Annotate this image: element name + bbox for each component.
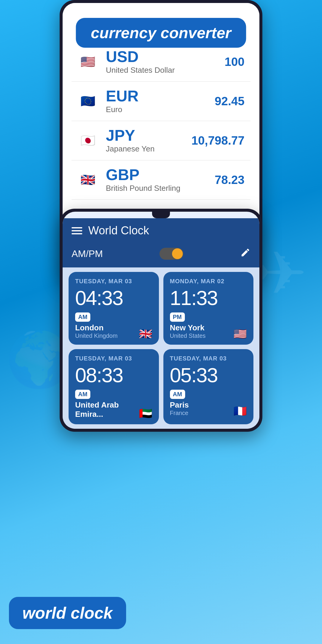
paris-country: France — [170, 410, 188, 417]
currency-name-jpy: Japanese Yen — [106, 144, 191, 154]
uae-time: 08:33 — [75, 365, 152, 385]
currency-info-gbp: GBP British Pound Sterling — [106, 167, 215, 193]
currency-code-gbp: GBP — [106, 167, 215, 182]
london-flag: 🇬🇧 — [139, 329, 152, 339]
paris-city: Paris — [170, 400, 189, 410]
uae-flag: 🇦🇪 — [139, 408, 152, 419]
currency-info-eur: EUR Euro — [106, 88, 215, 114]
uae-city-info: AM United Arab Emira... — [75, 390, 139, 419]
paris-city-info: AM Paris France — [170, 390, 189, 417]
world-clock-badge: world clock — [9, 597, 126, 629]
hamburger-menu-icon[interactable] — [72, 227, 82, 234]
phone-notch — [152, 212, 170, 218]
edit-icon[interactable] — [240, 247, 250, 260]
currency-banner: currency converter — [76, 18, 246, 48]
currency-info-jpy: JPY Japanese Yen — [106, 128, 191, 154]
currency-name-usd: United States Dollar — [106, 66, 225, 75]
uae-date: TUESDAY, MAR 03 — [75, 355, 152, 362]
flag-jpy: 🇯🇵 — [78, 130, 98, 151]
london-footer: AM London United Kingdom 🇬🇧 — [75, 312, 152, 339]
currency-value-eur: 92.45 — [215, 95, 244, 108]
currency-value-usd: 100 — [225, 55, 244, 69]
london-country: United Kingdom — [75, 332, 117, 339]
london-ampm-badge: AM — [75, 312, 90, 322]
currency-code-jpy: JPY — [106, 128, 191, 143]
newyork-date: MONDAY, MAR 02 — [170, 278, 247, 285]
paris-flag: 🇫🇷 — [233, 406, 247, 417]
london-city: London — [75, 323, 103, 332]
uae-ampm-badge: AM — [75, 390, 90, 399]
newyork-city-info: PM New York United States — [170, 312, 206, 339]
clock-app-header: World Clock — [63, 218, 259, 243]
paris-date: TUESDAY, MAR 03 — [170, 355, 247, 362]
hamburger-line-1 — [72, 227, 82, 228]
clock-phone: World Clock AM/PM TUESDAY, MAR 03 04:33 — [60, 209, 262, 432]
newyork-footer: PM New York United States 🇺🇸 — [170, 312, 247, 339]
newyork-country: United States — [170, 332, 206, 339]
newyork-city: New York — [170, 323, 205, 332]
currency-row-jpy[interactable]: 🇯🇵 JPY Japanese Yen 10,798.77 — [72, 121, 250, 160]
clock-app-title: World Clock — [88, 224, 250, 237]
hamburger-line-2 — [72, 230, 82, 231]
currency-name-gbp: British Pound Sterling — [106, 184, 215, 193]
clock-card-uae[interactable]: TUESDAY, MAR 03 08:33 AM United Arab Emi… — [69, 349, 159, 424]
clock-card-london[interactable]: TUESDAY, MAR 03 04:33 AM London United K… — [69, 272, 159, 345]
paris-footer: AM Paris France 🇫🇷 — [170, 390, 247, 417]
currency-code-usd: USD — [106, 49, 225, 64]
flag-eur: 🇪🇺 — [78, 91, 98, 112]
currency-code-eur: EUR — [106, 88, 215, 104]
clock-card-paris[interactable]: TUESDAY, MAR 03 05:33 AM Paris France 🇫🇷 — [163, 349, 254, 424]
hamburger-line-3 — [72, 233, 82, 234]
currency-value-jpy: 10,798.77 — [191, 134, 244, 147]
currency-name-eur: Euro — [106, 105, 215, 114]
ampm-toggle-row: AM/PM — [63, 243, 259, 267]
london-city-info: AM London United Kingdom — [75, 312, 117, 339]
world-clock-badge-text: world clock — [22, 604, 113, 622]
ampm-label: AM/PM — [72, 248, 103, 259]
clock-cards-grid: TUESDAY, MAR 03 04:33 AM London United K… — [63, 267, 259, 429]
toggle-knob — [172, 248, 183, 259]
clock-card-newyork[interactable]: MONDAY, MAR 02 11:33 PM New York United … — [163, 272, 254, 345]
currency-row-gbp[interactable]: 🇬🇧 GBP British Pound Sterling 78.23 — [72, 160, 250, 200]
paris-ampm-badge: AM — [170, 390, 185, 399]
flag-usd: 🇺🇸 — [78, 52, 98, 72]
london-date: TUESDAY, MAR 03 — [75, 278, 152, 285]
currency-info-usd: USD United States Dollar — [106, 49, 225, 75]
uae-city: United Arab Emira... — [75, 400, 139, 419]
flag-gbp: 🇬🇧 — [78, 170, 98, 191]
newyork-flag: 🇺🇸 — [233, 329, 247, 339]
currency-banner-text: currency converter — [91, 24, 231, 41]
ampm-toggle-switch[interactable] — [160, 248, 183, 260]
currency-value-gbp: 78.23 — [215, 173, 244, 187]
newyork-ampm-badge: PM — [170, 312, 185, 322]
london-time: 04:33 — [75, 288, 152, 308]
paris-time: 05:33 — [170, 365, 247, 385]
newyork-time: 11:33 — [170, 288, 247, 308]
currency-row-eur[interactable]: 🇪🇺 EUR Euro 92.45 — [72, 82, 250, 121]
uae-footer: AM United Arab Emira... 🇦🇪 — [75, 390, 152, 419]
currency-row-usd[interactable]: 🇺🇸 USD United States Dollar 100 — [72, 42, 250, 82]
